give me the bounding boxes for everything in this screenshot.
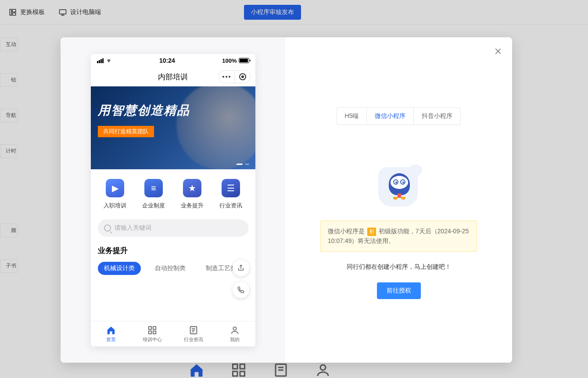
close-button[interactable] <box>494 47 502 56</box>
phone-title-bar: 内部培训 <box>91 67 255 86</box>
seg-h5[interactable]: H5端 <box>337 108 367 125</box>
phone-icon <box>237 286 244 293</box>
grid-item-skills[interactable]: ★ 业务提升 <box>181 179 204 210</box>
phone-button[interactable] <box>233 282 249 298</box>
authorize-button[interactable]: 前往授权 <box>377 282 421 299</box>
publish-modal: 10:24 100% 内部培训 用智慧创造精品 共同打造精英团队 <box>61 37 512 363</box>
svg-point-22 <box>233 327 236 330</box>
grid-item-onboarding[interactable]: ▶ 入职培训 <box>104 179 126 210</box>
modal-content-pane: H5端 微信小程序 抖音小程序 微信小程序是 初 初级版功能，7天后（2024-… <box>285 37 512 363</box>
floating-actions <box>233 260 249 298</box>
search-icon <box>104 225 111 232</box>
grid-icon <box>147 325 157 335</box>
nav-icon-grid: ▶ 入职培训 ≡ 企业制度 ★ 业务提升 ☰ 行业资讯 <box>91 169 255 218</box>
svg-rect-16 <box>149 331 151 333</box>
category-chips: 机械设计类 自动控制类 制造工艺类 <box>91 262 255 275</box>
medal-icon: ★ <box>183 179 201 197</box>
grid-label: 业务提升 <box>181 202 204 210</box>
share-button[interactable] <box>233 260 249 276</box>
grid-label: 行业资讯 <box>219 202 242 210</box>
platform-segment: H5端 微信小程序 抖音小程序 <box>337 107 461 125</box>
doc-icon <box>189 325 198 335</box>
chip-automation[interactable]: 自动控制类 <box>149 262 192 275</box>
tab-training[interactable]: 培训中心 <box>132 321 173 346</box>
miniapp-capsule <box>219 70 251 83</box>
user-icon <box>230 325 240 335</box>
tab-news[interactable]: 行业资讯 <box>173 321 214 346</box>
search-placeholder: 请输入关键词 <box>115 224 151 232</box>
grid-item-news[interactable]: ☰ 行业资讯 <box>219 179 242 210</box>
svg-rect-15 <box>153 326 156 329</box>
hero-subtitle: 共同打造精英团队 <box>98 126 154 137</box>
capsule-close-button[interactable] <box>235 71 251 83</box>
grid-label: 企业制度 <box>142 202 165 210</box>
seg-wechat[interactable]: 微信小程序 <box>367 108 414 125</box>
news-icon: ☰ <box>222 179 240 197</box>
chip-mechanical[interactable]: 机械设计类 <box>98 262 141 275</box>
phone-title: 内部培训 <box>158 72 188 82</box>
phone-status-bar: 10:24 100% <box>91 54 255 67</box>
cta-subtext: 同行们都在创建小程序，马上创建吧！ <box>298 263 499 271</box>
modal-preview-pane: 10:24 100% 内部培训 用智慧创造精品 共同打造精英团队 <box>61 37 285 363</box>
tab-label: 我的 <box>230 336 240 343</box>
status-time: 10:24 <box>159 57 175 64</box>
home-icon <box>106 325 116 335</box>
owl-illustration <box>375 164 423 207</box>
tab-profile[interactable]: 我的 <box>214 321 255 346</box>
list-icon: ≡ <box>144 179 163 197</box>
wifi-icon <box>105 58 112 63</box>
signal-icon <box>97 58 104 63</box>
plan-badge: 初 <box>367 228 376 236</box>
search-input[interactable]: 请输入关键词 <box>98 219 248 237</box>
tab-label: 首页 <box>106 336 116 343</box>
grid-label: 入职培训 <box>104 202 126 210</box>
tab-home[interactable]: 首页 <box>91 321 132 346</box>
capsule-more-button[interactable] <box>219 71 235 83</box>
phone-preview: 10:24 100% 内部培训 用智慧创造精品 共同打造精英团队 <box>91 54 255 346</box>
hero-banner[interactable]: 用智慧创造精品 共同打造精英团队 <box>91 86 255 169</box>
tab-label: 培训中心 <box>143 336 162 343</box>
svg-rect-17 <box>153 331 156 333</box>
play-icon: ▶ <box>106 179 124 197</box>
notice-prefix: 微信小程序是 <box>328 228 365 235</box>
carousel-dots <box>237 164 249 165</box>
grid-item-policy[interactable]: ≡ 企业制度 <box>142 179 165 210</box>
section-title: 业务提升 <box>91 237 255 262</box>
phone-tabbar: 首页 培训中心 行业资讯 我的 <box>91 321 255 346</box>
tab-label: 行业资讯 <box>184 336 203 343</box>
svg-rect-14 <box>149 326 151 329</box>
warning-notice: 微信小程序是 初 初级版功能，7天后（2024-09-25 10:07:49）将… <box>320 221 477 252</box>
hero-title: 用智慧创造精品 <box>98 102 248 119</box>
share-icon <box>237 264 244 271</box>
battery-icon <box>239 58 249 63</box>
target-icon <box>239 73 246 80</box>
battery-percent: 100% <box>222 57 237 64</box>
seg-douyin[interactable]: 抖音小程序 <box>414 108 460 125</box>
